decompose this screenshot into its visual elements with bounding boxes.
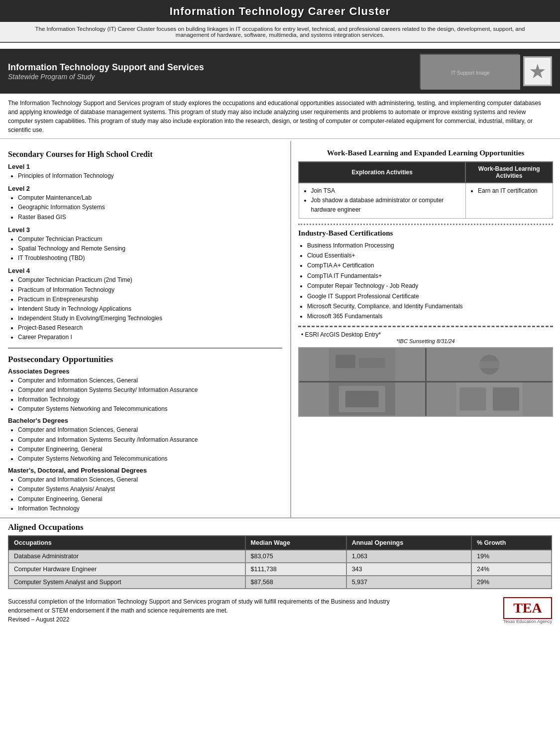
occ-growth: 19%	[471, 550, 552, 563]
svg-rect-12	[459, 387, 486, 411]
list-item: Geographic Information Systems	[18, 203, 282, 212]
occ-name: Database Administrator	[8, 550, 245, 563]
svg-rect-10	[345, 391, 379, 407]
left-column: Secondary Courses for High School Credit…	[0, 141, 291, 517]
occ-col-growth: % Growth	[471, 536, 552, 550]
wbl-workbased-cell: Earn an IT certification	[465, 183, 553, 218]
list-item: Information Technology	[18, 395, 282, 404]
program-banner-text: Information Technology Support and Servi…	[8, 62, 204, 81]
level-1-label: Level 1	[8, 163, 282, 170]
page-title: Information Technology Career Cluster	[10, 5, 550, 18]
photo-grid	[298, 347, 553, 417]
list-item: Practicum of Information Technology	[18, 285, 282, 295]
table-row: Computer Hardware Engineer $111,738 343 …	[8, 563, 552, 576]
occ-col-openings: Annual Openings	[346, 536, 471, 550]
occ-name: Computer System Analyst and Support	[8, 576, 245, 589]
list-item: Computer and Information Sciences, Gener…	[18, 425, 282, 435]
list-item: Independent Study in Evolving/Emerging T…	[18, 314, 282, 323]
program-description: The Information Technology Support and S…	[0, 94, 560, 139]
list-item: Microsoft 365 Fundamentals	[307, 311, 553, 321]
occ-growth: 29%	[471, 576, 552, 589]
photo-cell-2	[427, 348, 553, 381]
table-row: Database Administrator $83,075 1,063 19%	[8, 550, 552, 563]
list-item: Earn an IT certification	[478, 186, 549, 196]
ibc-divider	[298, 326, 553, 327]
banner-image: IT Support Image	[420, 54, 519, 89]
list-item: Computer Systems Networking and Telecomm…	[18, 404, 282, 414]
list-item: Computer and Information Systems Securit…	[18, 435, 282, 445]
list-item: Computer Repair Technology - Job Ready	[307, 281, 553, 291]
masters-degree-label: Master's, Doctoral, and Professional Deg…	[8, 467, 282, 474]
occ-col-wage: Median Wage	[245, 536, 346, 550]
list-item: Google IT Support Professional Certifica…	[307, 291, 553, 301]
level-3-label: Level 3	[8, 226, 282, 234]
svg-text:IT Support Image: IT Support Image	[451, 70, 490, 76]
occ-openings: 1,063	[346, 550, 471, 563]
ibc-sunset-note: *IBC Sunsetting 8/31/24	[298, 338, 553, 344]
list-item: Information Technology	[18, 504, 282, 513]
list-item: IT Troubleshooting (TBD)	[18, 253, 282, 263]
program-banner: Information Technology Support and Servi…	[0, 49, 560, 94]
level-4-list: Computer Technician Practicum (2nd Time)…	[18, 275, 282, 342]
wbl-col2-header: Work-Based Learning Activities	[465, 162, 553, 183]
wbl-exploration-cell: Join TSA Job shadow a database administr…	[299, 183, 465, 218]
level-1-list: Principles of Information Technology	[18, 171, 282, 181]
exploration-list: Join TSA Job shadow a database administr…	[311, 186, 461, 215]
svg-rect-4	[359, 358, 385, 368]
assoc-degree-list: Computer and Information Sciences, Gener…	[18, 376, 282, 414]
list-item: Join TSA	[311, 186, 461, 196]
svg-rect-7	[479, 361, 499, 368]
list-item: CompTIA A+ Certification	[307, 260, 553, 270]
list-item: Computer Maintenance/Lab	[18, 193, 282, 203]
program-subtitle: Statewide Program of Study	[8, 73, 204, 81]
occ-name: Computer Hardware Engineer	[8, 563, 245, 576]
footer-text: Successful completion of the Information…	[8, 597, 406, 624]
list-item: Job shadow a database administrator or c…	[311, 196, 461, 215]
list-item: Computer Engineering, General	[18, 445, 282, 454]
occ-wage: $83,075	[245, 550, 346, 563]
header-subtitle: The Information Technology (IT) Career C…	[0, 22, 560, 43]
list-item: Business Information Processing	[307, 241, 553, 250]
footer-line-1: Successful completion of the Information…	[8, 597, 406, 615]
postsec-title: Postsecondary Opportunities	[8, 355, 282, 365]
photo-cell-1	[299, 348, 425, 381]
svg-rect-3	[336, 355, 355, 368]
occ-openings: 5,937	[346, 576, 471, 589]
aligned-section: Aligned Occupations Occupations Median W…	[0, 517, 560, 589]
occupations-table: Occupations Median Wage Annual Openings …	[8, 535, 552, 589]
level-4-label: Level 4	[8, 267, 282, 274]
bach-degree-list: Computer and Information Sciences, Gener…	[18, 425, 282, 464]
occ-wage: $111,738	[245, 563, 346, 576]
level-2-label: Level 2	[8, 185, 282, 192]
occ-openings: 343	[346, 563, 471, 576]
assoc-degree-label: Associates Degrees	[8, 368, 282, 375]
occ-col-occupations: Occupations	[8, 536, 245, 550]
list-item: Computer Technician Practicum (2nd Time)	[18, 275, 282, 285]
photo-cell-3	[299, 382, 425, 416]
level-3-list: Computer Technician Practicum Spatial Te…	[18, 235, 282, 263]
list-item: Computer and Information Sciences, Gener…	[18, 475, 282, 485]
list-item: Computer Systems Networking and Telecomm…	[18, 454, 282, 464]
ibc-list: Business Information Processing Cloud Es…	[307, 241, 553, 322]
list-item: Computer and Information Sciences, Gener…	[18, 376, 282, 385]
tea-logo-container: TEA Texas Education Agency	[503, 597, 552, 624]
list-item: Career Preparation I	[18, 333, 282, 342]
aligned-title: Aligned Occupations	[8, 522, 552, 532]
list-item: Computer Technician Practicum	[18, 235, 282, 244]
footer-revised: Revised – August 2022	[8, 615, 406, 624]
level-2-list: Computer Maintenance/Lab Geographic Info…	[18, 193, 282, 222]
table-row: Computer System Analyst and Support $87,…	[8, 576, 552, 589]
secondary-title: Secondary Courses for High School Credit	[8, 150, 282, 159]
wbl-title: Work-Based Learning and Expanded Learnin…	[298, 149, 553, 157]
list-item: Computer Engineering, General	[18, 495, 282, 504]
list-item: Cloud Essentials+	[307, 250, 553, 260]
list-item: CompTIA IT Fundamentals+	[307, 271, 553, 281]
photo-cell-4	[427, 382, 553, 416]
list-item: Spatial Technology and Remote Sensing	[18, 244, 282, 253]
page-header: Information Technology Career Cluster	[0, 0, 560, 22]
tea-logo: TEA	[503, 597, 552, 619]
tea-logo-subtitle: Texas Education Agency	[503, 619, 552, 624]
list-item: Computer and Information Systems Securit…	[18, 385, 282, 395]
wbl-col1-header: Exploration Activities	[299, 162, 465, 183]
right-column: Work-Based Learning and Expanded Learnin…	[291, 141, 560, 517]
